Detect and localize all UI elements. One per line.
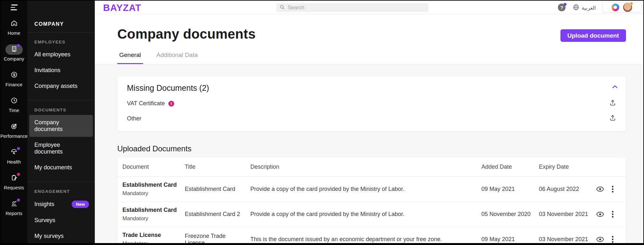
table-row: Trade License Mandatory Freezone Trade L… bbox=[117, 227, 626, 243]
search-bar[interactable] bbox=[276, 3, 428, 12]
rail-item-label: Company bbox=[4, 56, 24, 61]
document-description: Provide a copy of the card provided by t… bbox=[245, 177, 476, 202]
rail-item-home[interactable]: Home bbox=[1, 19, 27, 36]
language-switcher[interactable]: العربية bbox=[573, 4, 596, 12]
document-name: Trade License bbox=[122, 232, 180, 239]
view-document-icon[interactable] bbox=[596, 186, 604, 192]
rail-item-label: Reports bbox=[5, 211, 22, 216]
rail-item-finance[interactable]: $ Finance bbox=[1, 70, 27, 87]
section-label-documents: DOCUMENTS bbox=[29, 100, 93, 114]
avatar-notification-dot bbox=[630, 2, 633, 5]
upload-document-button[interactable]: Upload document bbox=[560, 29, 626, 42]
rail-item-label: Requests bbox=[4, 185, 24, 190]
sidebar-item-all-employees[interactable]: All employees bbox=[29, 47, 93, 62]
globe-icon bbox=[573, 4, 579, 12]
question-mark-icon: ? bbox=[560, 5, 563, 10]
bar-chart-icon bbox=[10, 200, 18, 209]
column-header-added-date: Added Date bbox=[476, 157, 534, 177]
bayzat-logo[interactable]: BAYZAT bbox=[103, 3, 141, 13]
missing-documents-card: Missing Documents (2) VAT Certificate bbox=[117, 76, 626, 131]
row-menu-icon[interactable] bbox=[611, 235, 614, 243]
rail-item-requests[interactable]: Requests bbox=[1, 173, 27, 190]
sidebar-item-my-documents[interactable]: My documents bbox=[29, 160, 93, 175]
search-input[interactable] bbox=[288, 5, 425, 11]
document-title: Freezone Trade License bbox=[180, 227, 245, 243]
sidebar-item-my-surveys[interactable]: My surveys bbox=[29, 229, 93, 244]
uploaded-documents-table: Document Title Description Added Date Ex… bbox=[117, 157, 626, 243]
sidebar-item-surveys[interactable]: Surveys bbox=[29, 213, 93, 228]
missing-document-label: VAT Certificate bbox=[127, 100, 165, 107]
language-label: العربية bbox=[582, 5, 596, 11]
new-badge: New bbox=[72, 201, 89, 208]
main-area: BAYZAT ? العربية bbox=[95, 1, 643, 243]
sidebar-item-company-documents[interactable]: Company documents bbox=[29, 115, 93, 137]
missing-documents-title: Missing Documents (2) bbox=[127, 83, 616, 93]
added-date: 09 May 2021 bbox=[476, 227, 534, 243]
rail-item-health[interactable]: Health bbox=[1, 147, 27, 165]
clock-icon bbox=[10, 97, 18, 106]
avatar bbox=[623, 3, 632, 12]
sidebar-item-invitations[interactable]: Invitations bbox=[29, 63, 93, 78]
sidebar: COMPANY EMPLOYEES All employees Invitati… bbox=[27, 1, 95, 243]
sidebar-item-insights[interactable]: Insights New bbox=[29, 196, 93, 212]
rail-item-time[interactable]: Time bbox=[1, 96, 27, 113]
sidebar-item-employee-documents[interactable]: Employee documents bbox=[29, 137, 93, 159]
document-name: Establishment Card bbox=[122, 182, 180, 188]
column-header-title: Title bbox=[180, 157, 245, 177]
added-date: 09 May 2021 bbox=[476, 177, 534, 202]
row-menu-icon[interactable] bbox=[611, 185, 614, 193]
section-label-employees: EMPLOYEES bbox=[29, 33, 93, 46]
home-icon bbox=[10, 19, 18, 28]
health-notification-dot bbox=[17, 147, 20, 150]
left-icon-rail: Home Company $ Finance Time bbox=[1, 1, 27, 243]
search-icon bbox=[280, 5, 285, 11]
table-row: Establishment Card Mandatory Establishme… bbox=[117, 202, 626, 227]
row-menu-icon[interactable] bbox=[611, 210, 614, 218]
expiry-date: 06 August 2022 bbox=[534, 177, 588, 202]
missing-document-label: Other bbox=[127, 115, 141, 122]
rail-item-label: Finance bbox=[5, 82, 22, 87]
collapse-chevron-icon[interactable] bbox=[612, 84, 618, 90]
rail-item-company[interactable]: Company bbox=[1, 44, 27, 61]
added-date: 05 November 2020 bbox=[476, 202, 534, 227]
column-header-description: Description bbox=[245, 157, 476, 177]
building-icon bbox=[10, 45, 18, 54]
org-logo bbox=[612, 4, 619, 11]
column-header-expiry-date: Expiry Date bbox=[534, 157, 588, 177]
view-document-icon[interactable] bbox=[596, 212, 604, 217]
help-button[interactable]: ? bbox=[558, 4, 566, 11]
target-icon bbox=[10, 122, 18, 131]
document-name: Establishment Card bbox=[122, 207, 180, 213]
rail-item-label: Time bbox=[9, 108, 19, 113]
rail-item-reports[interactable]: Reports bbox=[1, 199, 27, 216]
expiry-date: 03 November 2021 bbox=[534, 227, 588, 243]
view-document-icon[interactable] bbox=[596, 237, 604, 242]
upload-icon[interactable] bbox=[609, 99, 616, 108]
document-description: This is the document issued by an econom… bbox=[245, 227, 476, 243]
page-content: Missing Documents (2) VAT Certificate bbox=[95, 64, 643, 243]
rail-item-label: Home bbox=[8, 31, 20, 36]
table-header-row: Document Title Description Added Date Ex… bbox=[117, 157, 626, 177]
help-notification-dot bbox=[564, 3, 567, 6]
rail-item-performance[interactable]: Performance bbox=[1, 122, 27, 139]
document-requirement: Mandatory bbox=[122, 240, 180, 243]
section-label-engagement: ENGAGEMENT bbox=[29, 182, 93, 196]
sidebar-title: COMPANY bbox=[29, 1, 93, 27]
tab-general[interactable]: General bbox=[117, 52, 143, 64]
upload-icon[interactable] bbox=[609, 114, 616, 123]
svg-text:$: $ bbox=[13, 73, 15, 77]
company-notification-dot bbox=[17, 44, 20, 47]
clipboard-pencil-icon bbox=[10, 174, 18, 183]
missing-document-row: VAT Certificate bbox=[127, 99, 616, 108]
account-card[interactable] bbox=[602, 2, 641, 13]
app-window: Home Company $ Finance Time bbox=[0, 0, 644, 245]
menu-toggle-icon[interactable] bbox=[11, 5, 18, 10]
document-title: Establishment Card bbox=[180, 177, 245, 202]
alert-icon bbox=[168, 101, 174, 107]
document-title: Establishment Card 2 bbox=[180, 202, 245, 227]
tab-bar: General Additional Data bbox=[117, 52, 643, 64]
tab-additional-data[interactable]: Additional Data bbox=[156, 52, 199, 64]
sidebar-item-company-assets[interactable]: Company assets bbox=[29, 79, 93, 94]
dollar-circle-icon: $ bbox=[10, 71, 18, 80]
reports-notification-dot bbox=[17, 199, 20, 202]
